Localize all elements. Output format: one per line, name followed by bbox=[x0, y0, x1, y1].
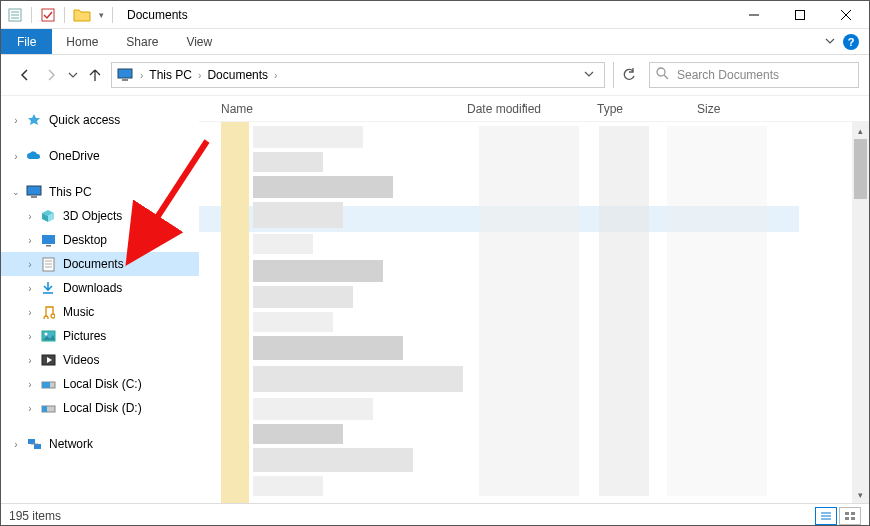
search-placeholder: Search Documents bbox=[677, 68, 779, 82]
tree-disk-d[interactable]: › Local Disk (D:) bbox=[1, 396, 199, 420]
expander-icon[interactable]: › bbox=[23, 331, 37, 342]
tree-music[interactable]: › Music bbox=[1, 300, 199, 324]
expander-icon[interactable]: › bbox=[23, 211, 37, 222]
pictures-icon bbox=[39, 328, 57, 344]
column-date-modified[interactable]: ▴ Date modified bbox=[459, 102, 589, 116]
svg-rect-13 bbox=[27, 186, 41, 195]
tab-view[interactable]: View bbox=[172, 29, 226, 54]
tree-pictures[interactable]: › Pictures bbox=[1, 324, 199, 348]
tree-desktop[interactable]: › Desktop bbox=[1, 228, 199, 252]
recent-locations-button[interactable] bbox=[67, 65, 79, 85]
expander-icon[interactable]: › bbox=[23, 259, 37, 270]
chevron-right-icon[interactable]: › bbox=[196, 70, 203, 81]
properties-icon[interactable] bbox=[7, 7, 23, 23]
tree-3d-objects[interactable]: › 3D Objects bbox=[1, 204, 199, 228]
column-size[interactable]: Size bbox=[689, 102, 779, 116]
tree-label: Music bbox=[63, 305, 94, 319]
close-button[interactable] bbox=[823, 1, 869, 29]
expander-icon[interactable]: › bbox=[9, 151, 23, 162]
checkbox-icon[interactable] bbox=[40, 7, 56, 23]
search-box[interactable]: Search Documents bbox=[649, 62, 859, 88]
svg-rect-28 bbox=[42, 406, 47, 412]
expander-icon[interactable]: › bbox=[9, 115, 23, 126]
svg-rect-26 bbox=[42, 382, 50, 388]
scroll-thumb[interactable] bbox=[854, 139, 867, 199]
svg-rect-29 bbox=[28, 439, 35, 444]
tree-label: Desktop bbox=[63, 233, 107, 247]
minimize-button[interactable] bbox=[731, 1, 777, 29]
refresh-button[interactable] bbox=[613, 62, 643, 88]
tree-label: Videos bbox=[63, 353, 99, 367]
desktop-icon bbox=[39, 232, 57, 248]
tree-this-pc[interactable]: ⌄ This PC bbox=[1, 180, 199, 204]
address-bar[interactable]: › This PC › Documents › bbox=[111, 62, 605, 88]
address-dropdown-icon[interactable] bbox=[578, 68, 600, 82]
column-type[interactable]: Type bbox=[589, 102, 689, 116]
content-pane: Name ▴ Date modified Type Size bbox=[199, 96, 869, 503]
document-icon bbox=[39, 256, 57, 272]
svg-rect-35 bbox=[845, 512, 849, 515]
up-button[interactable] bbox=[85, 65, 105, 85]
breadcrumb-documents[interactable]: Documents bbox=[203, 68, 272, 82]
svg-rect-37 bbox=[845, 517, 849, 520]
tree-label: OneDrive bbox=[49, 149, 100, 163]
download-icon bbox=[39, 280, 57, 296]
expander-icon[interactable]: › bbox=[9, 439, 23, 450]
file-tab[interactable]: File bbox=[1, 29, 52, 54]
main-area: › Quick access › OneDrive ⌄ This PC › bbox=[1, 95, 869, 503]
quick-access-toolbar: ▾ bbox=[1, 7, 121, 23]
chevron-right-icon[interactable]: › bbox=[138, 70, 145, 81]
scroll-up-icon[interactable]: ▴ bbox=[852, 122, 869, 139]
cloud-icon bbox=[25, 148, 43, 164]
status-bar: 195 items bbox=[1, 503, 869, 526]
view-details-button[interactable] bbox=[815, 507, 837, 525]
tree-label: Quick access bbox=[49, 113, 120, 127]
forward-button[interactable] bbox=[41, 65, 61, 85]
tree-quick-access[interactable]: › Quick access bbox=[1, 108, 199, 132]
svg-rect-15 bbox=[42, 235, 55, 244]
file-list[interactable]: ▴ ▾ bbox=[199, 122, 869, 503]
tree-videos[interactable]: › Videos bbox=[1, 348, 199, 372]
expander-icon[interactable]: › bbox=[23, 403, 37, 414]
navigation-pane: › Quick access › OneDrive ⌄ This PC › bbox=[1, 96, 199, 503]
tab-home[interactable]: Home bbox=[52, 29, 112, 54]
view-large-icons-button[interactable] bbox=[839, 507, 861, 525]
breadcrumb-this-pc[interactable]: This PC bbox=[145, 68, 196, 82]
help-button[interactable]: ? bbox=[843, 34, 859, 50]
expander-collapse-icon[interactable]: ⌄ bbox=[9, 187, 23, 197]
expander-icon[interactable]: › bbox=[23, 307, 37, 318]
svg-rect-4 bbox=[42, 9, 54, 21]
scroll-down-icon[interactable]: ▾ bbox=[852, 486, 869, 503]
svg-point-23 bbox=[44, 333, 47, 336]
expander-icon[interactable]: › bbox=[23, 235, 37, 246]
ribbon-expand-icon[interactable] bbox=[825, 35, 835, 49]
maximize-button[interactable] bbox=[777, 1, 823, 29]
navigation-bar: › This PC › Documents › Search Documents bbox=[1, 55, 869, 95]
tree-downloads[interactable]: › Downloads bbox=[1, 276, 199, 300]
expander-icon[interactable]: › bbox=[23, 283, 37, 294]
cube-icon bbox=[39, 208, 57, 224]
window-title: Documents bbox=[127, 8, 188, 22]
separator bbox=[112, 7, 113, 23]
svg-point-11 bbox=[657, 68, 665, 76]
status-item-count: 195 items bbox=[9, 509, 61, 523]
tab-share[interactable]: Share bbox=[112, 29, 172, 54]
expander-icon[interactable]: › bbox=[23, 379, 37, 390]
sort-ascending-icon: ▴ bbox=[522, 100, 526, 109]
vertical-scrollbar[interactable]: ▴ ▾ bbox=[852, 122, 869, 503]
tree-onedrive[interactable]: › OneDrive bbox=[1, 144, 199, 168]
title-bar: ▾ Documents bbox=[1, 1, 869, 29]
tree-label: Downloads bbox=[63, 281, 122, 295]
tree-label: Pictures bbox=[63, 329, 106, 343]
back-button[interactable] bbox=[15, 65, 35, 85]
drive-icon bbox=[39, 400, 57, 416]
tree-documents[interactable]: › Documents bbox=[1, 252, 199, 276]
window-controls bbox=[731, 1, 869, 29]
chevron-right-icon[interactable]: › bbox=[272, 70, 279, 81]
qat-dropdown-icon[interactable]: ▾ bbox=[99, 10, 104, 20]
svg-rect-14 bbox=[31, 196, 37, 198]
column-name[interactable]: Name bbox=[199, 102, 459, 116]
tree-disk-c[interactable]: › Local Disk (C:) bbox=[1, 372, 199, 396]
expander-icon[interactable]: › bbox=[23, 355, 37, 366]
tree-network[interactable]: › Network bbox=[1, 432, 199, 456]
